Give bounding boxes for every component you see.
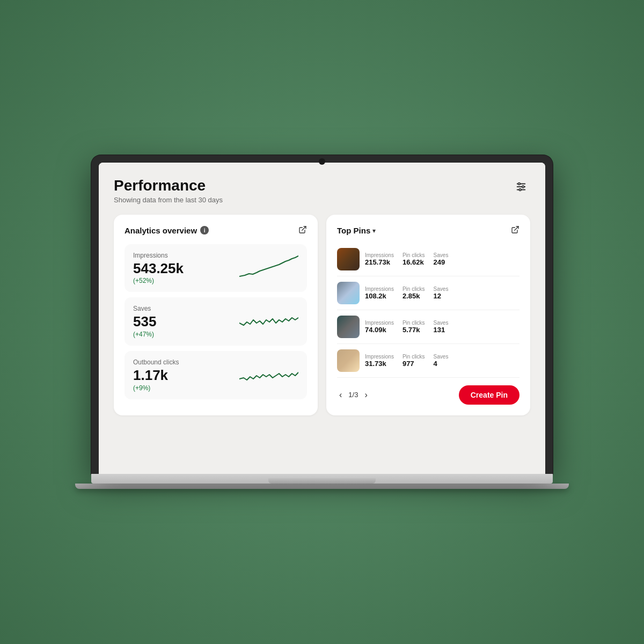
pin-1-clicks: Pin clicks 16.62k: [402, 252, 425, 266]
pin-1-saves: Saves 249: [434, 252, 449, 266]
page-content: Performance Showing data from the last 3…: [99, 163, 545, 426]
prev-page-button[interactable]: ‹: [337, 388, 344, 402]
pin-4-impressions: Impressions 31.73k: [365, 354, 394, 368]
svg-line-6: [302, 226, 306, 230]
pin-thumb-2: [337, 282, 360, 304]
page-indicator: 1/3: [348, 391, 358, 399]
saves-chart: [239, 308, 298, 335]
saves-info: Saves 535 (+47%): [133, 305, 156, 338]
top-pins-footer: ‹ 1/3 › Create Pin: [337, 385, 519, 405]
svg-line-7: [515, 226, 518, 230]
pagination: ‹ 1/3 ›: [337, 388, 370, 402]
dashboard-grid: Analytics overview i: [114, 215, 530, 415]
top-pins-card: Top Pins ▾: [326, 215, 530, 415]
laptop-foot: [75, 484, 569, 489]
clicks-label: Outbound clicks: [133, 358, 179, 366]
saves-metric: Saves 535 (+47%): [125, 297, 307, 346]
pin-stats-1: Impressions 215.73k Pin clicks 16.62k Sa…: [365, 252, 519, 266]
top-pins-title-row: Top Pins ▾: [337, 226, 376, 235]
impressions-chart: [239, 255, 298, 282]
impressions-value: 543.25k: [133, 261, 184, 276]
page-title: Performance: [114, 178, 223, 194]
laptop-wrapper: Performance Showing data from the last 3…: [91, 155, 553, 489]
pin-1-impressions: Impressions 215.73k: [365, 252, 394, 266]
header-text: Performance Showing data from the last 3…: [114, 178, 223, 204]
page-subtitle: Showing data from the last 30 days: [114, 196, 223, 204]
analytics-title-row: Analytics overview i: [125, 226, 209, 235]
create-pin-button[interactable]: Create Pin: [459, 385, 519, 405]
saves-label: Saves: [133, 305, 156, 312]
sliders-icon: [515, 181, 527, 193]
screen: Performance Showing data from the last 3…: [99, 163, 545, 474]
clicks-info: Outbound clicks 1.17k (+9%): [133, 358, 179, 392]
saves-change: (+47%): [133, 331, 156, 338]
pin-thumb-3: [337, 316, 360, 338]
top-pins-title: Top Pins: [337, 226, 370, 235]
pin-stats-2: Impressions 108.2k Pin clicks 2.85k Save…: [365, 286, 519, 300]
clicks-metric: Outbound clicks 1.17k (+9%): [125, 351, 307, 399]
analytics-overview-card: Analytics overview i: [114, 215, 318, 415]
filter-button[interactable]: [512, 178, 530, 196]
impressions-change: (+52%): [133, 277, 184, 284]
pin-thumb-1: [337, 248, 360, 270]
pin-2-saves: Saves 12: [434, 286, 449, 300]
pin-3-clicks: Pin clicks 5.77k: [402, 320, 425, 334]
pin-thumb-4: [337, 349, 360, 372]
pin-3-impressions: Impressions 74.09k: [365, 320, 394, 334]
top-pins-external-link-icon[interactable]: [511, 225, 519, 236]
laptop-base: [91, 474, 553, 484]
analytics-card-title: Analytics overview: [125, 226, 197, 235]
impressions-info: Impressions 543.25k (+52%): [133, 252, 184, 285]
chevron-down-icon[interactable]: ▾: [372, 227, 376, 235]
laptop-bezel: Performance Showing data from the last 3…: [91, 155, 553, 474]
saves-value: 535: [133, 314, 156, 330]
pin-4-saves: Saves 4: [434, 354, 449, 368]
impressions-metric: Impressions 543.25k (+52%): [125, 244, 307, 292]
pin-stats-4: Impressions 31.73k Pin clicks 977 Saves …: [365, 354, 519, 368]
pin-2-clicks: Pin clicks 2.85k: [402, 286, 425, 300]
pin-stats-3: Impressions 74.09k Pin clicks 5.77k Save…: [365, 320, 519, 334]
clicks-change: (+9%): [133, 384, 179, 392]
clicks-value: 1.17k: [133, 368, 179, 383]
top-pins-header: Top Pins ▾: [337, 225, 519, 236]
pin-2-impressions: Impressions 108.2k: [365, 286, 394, 300]
pin-item-1: Impressions 215.73k Pin clicks 16.62k Sa…: [337, 243, 519, 276]
pin-4-clicks: Pin clicks 977: [402, 354, 425, 368]
camera-notch: [319, 158, 325, 165]
next-page-button[interactable]: ›: [362, 388, 369, 402]
clicks-chart: [239, 362, 298, 389]
pin-item-2: Impressions 108.2k Pin clicks 2.85k Save…: [337, 276, 519, 310]
info-icon[interactable]: i: [200, 226, 209, 235]
pin-3-saves: Saves 131: [434, 320, 449, 334]
svg-point-5: [519, 189, 521, 191]
page-header: Performance Showing data from the last 3…: [114, 178, 530, 204]
pin-item-3: Impressions 74.09k Pin clicks 5.77k Save…: [337, 310, 519, 344]
pin-item-4: Impressions 31.73k Pin clicks 977 Saves …: [337, 344, 519, 378]
analytics-external-link-icon[interactable]: [298, 225, 307, 236]
svg-point-3: [522, 186, 524, 188]
analytics-card-header: Analytics overview i: [125, 225, 307, 236]
svg-point-1: [518, 183, 521, 185]
impressions-label: Impressions: [133, 252, 184, 259]
